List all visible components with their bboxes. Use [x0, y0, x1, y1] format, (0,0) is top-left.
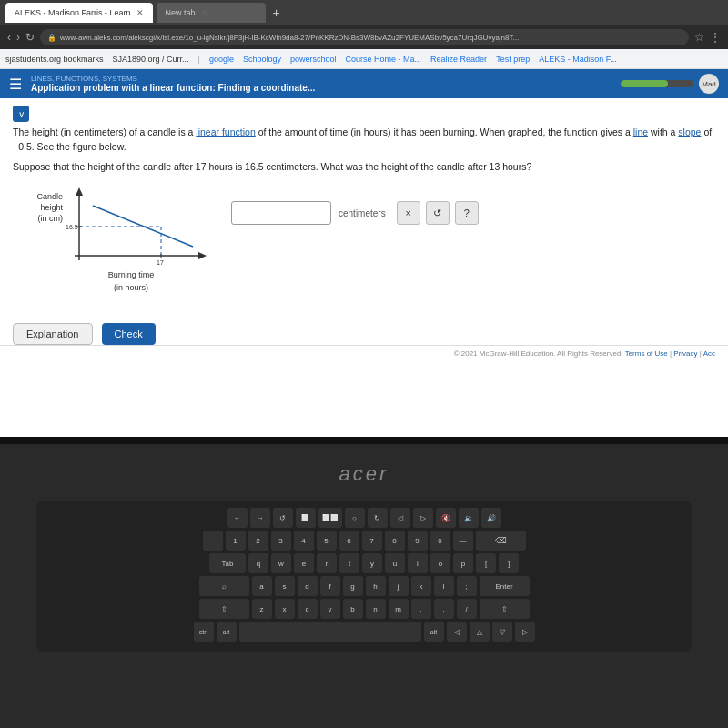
bookmark-icon[interactable]: ☆ — [694, 31, 704, 44]
key-h[interactable]: h — [366, 576, 386, 596]
key-backspace[interactable]: ⌫ — [476, 531, 526, 551]
key-l[interactable]: l — [434, 576, 454, 596]
key-r[interactable]: r — [317, 553, 337, 573]
key-f7[interactable]: ↻ — [368, 508, 388, 528]
key-d[interactable]: d — [298, 576, 318, 596]
key-mute[interactable]: 🔇 — [436, 508, 456, 528]
key-g[interactable]: g — [343, 576, 363, 596]
explanation-button[interactable]: Explanation — [13, 323, 93, 345]
key-b[interactable]: b — [343, 599, 363, 619]
undo-button[interactable]: ↺ — [426, 201, 450, 225]
key-3[interactable]: 3 — [271, 531, 291, 551]
bookmark-sjastudents[interactable]: sjastudents.org bookmarks — [5, 55, 104, 64]
bookmark-aleks[interactable]: ALEKS - Madison F... — [539, 55, 617, 64]
key-m[interactable]: m — [389, 599, 409, 619]
key-vol-down[interactable]: 🔉 — [459, 508, 479, 528]
forward-button[interactable]: › — [16, 31, 20, 44]
key-up[interactable]: △ — [470, 622, 490, 642]
slope-link[interactable]: slope — [678, 126, 701, 137]
key-f4[interactable]: ⬜ — [296, 508, 316, 528]
bookmark-testprep[interactable]: Test prep — [496, 55, 530, 64]
key-bracket-open[interactable]: [ — [476, 553, 496, 573]
bookmark-powerschool[interactable]: powerschool — [290, 55, 337, 64]
back-button[interactable]: ‹ — [7, 31, 11, 44]
bookmark-sja1890[interactable]: SJA1890.org / Curr... — [113, 55, 189, 64]
key-semicolon[interactable]: ; — [457, 576, 477, 596]
terms-link[interactable]: Terms of Use — [625, 349, 668, 358]
help-button[interactable]: ? — [455, 201, 479, 225]
key-e[interactable]: e — [294, 553, 314, 573]
key-period[interactable]: . — [434, 599, 454, 619]
clear-button[interactable]: × — [397, 201, 420, 225]
key-z[interactable]: z — [252, 599, 272, 619]
key-2[interactable]: 2 — [248, 531, 268, 551]
answer-input[interactable] — [231, 201, 331, 225]
key-x[interactable]: x — [275, 599, 295, 619]
key-p[interactable]: p — [453, 553, 473, 573]
active-tab[interactable]: ALEKS - Madison Farris - Learn ✕ — [5, 3, 153, 23]
key-shift-l[interactable]: ⇧ — [199, 599, 249, 619]
key-s[interactable]: s — [275, 576, 295, 596]
key-u[interactable]: u — [385, 553, 405, 573]
menu-icon[interactable]: ⋮ — [710, 31, 721, 44]
key-y[interactable]: y — [362, 553, 382, 573]
key-f5[interactable]: ⬜⬜ — [318, 508, 342, 528]
key-9[interactable]: 9 — [408, 531, 428, 551]
key-down[interactable]: ▽ — [492, 622, 512, 642]
tab-close-icon[interactable]: ✕ — [136, 8, 144, 17]
linear-function-link[interactable]: linear function — [196, 126, 255, 137]
privacy-link[interactable]: Privacy — [673, 349, 697, 358]
key-c[interactable]: c — [298, 599, 318, 619]
key-reload[interactable]: ↺ — [273, 508, 293, 528]
url-bar[interactable]: 🔒 www-awn.aleks.com/alekscgi/x/lsl.exe/1… — [40, 29, 689, 46]
key-0[interactable]: 0 — [430, 531, 450, 551]
key-tilde[interactable]: ~ — [203, 531, 223, 551]
collapse-button[interactable]: ∨ — [13, 106, 29, 122]
line-link[interactable]: line — [633, 126, 648, 137]
key-minus[interactable]: — — [453, 531, 473, 551]
bookmark-coursehome[interactable]: Course Home - Ma... — [346, 55, 422, 64]
aleks-menu-icon[interactable]: ☰ — [9, 76, 22, 93]
key-left[interactable]: ◁ — [447, 622, 467, 642]
key-k[interactable]: k — [411, 576, 431, 596]
key-vol-up[interactable]: 🔊 — [481, 508, 501, 528]
key-tab[interactable]: Tab — [209, 553, 246, 573]
key-f6[interactable]: ○ — [345, 508, 365, 528]
user-button[interactable]: Mad — [699, 74, 719, 94]
key-5[interactable]: 5 — [317, 531, 337, 551]
key-1[interactable]: 1 — [226, 531, 246, 551]
key-8[interactable]: 8 — [385, 531, 405, 551]
key-space[interactable] — [239, 622, 421, 642]
key-t[interactable]: t — [339, 553, 359, 573]
key-ctrl[interactable]: ctrl — [194, 622, 214, 642]
key-v[interactable]: v — [320, 599, 340, 619]
new-tab-button[interactable]: + — [269, 5, 284, 20]
key-comma[interactable]: , — [411, 599, 431, 619]
key-i[interactable]: i — [408, 553, 428, 573]
key-j[interactable]: j — [389, 576, 409, 596]
key-bracket-close[interactable]: ] — [499, 553, 519, 573]
key-enter[interactable]: Enter — [480, 576, 530, 596]
key-n[interactable]: n — [366, 599, 386, 619]
key-o[interactable]: o — [430, 553, 450, 573]
key-4[interactable]: 4 — [294, 531, 314, 551]
key-6[interactable]: 6 — [339, 531, 359, 551]
key-shift-r[interactable]: ⇧ — [480, 599, 530, 619]
new-tab[interactable]: New tab ✕ — [157, 3, 266, 23]
key-right[interactable]: ▷ — [515, 622, 535, 642]
key-q[interactable]: q — [248, 553, 268, 573]
key-7[interactable]: 7 — [362, 531, 382, 551]
key-forward[interactable]: → — [250, 508, 270, 528]
key-alt[interactable]: alt — [217, 622, 237, 642]
reload-button[interactable]: ↻ — [25, 31, 35, 44]
key-w[interactable]: w — [271, 553, 291, 573]
acc-link[interactable]: Acc — [703, 349, 715, 358]
key-a[interactable]: a — [252, 576, 272, 596]
key-bright-down[interactable]: ◁ — [390, 508, 410, 528]
key-search[interactable]: ⌕ — [199, 576, 249, 596]
bookmark-google[interactable]: google — [209, 55, 234, 64]
key-slash[interactable]: / — [457, 599, 477, 619]
check-button[interactable]: Check — [102, 323, 156, 345]
key-bright-up[interactable]: ▷ — [413, 508, 433, 528]
bookmark-schoology[interactable]: Schoology — [243, 55, 281, 64]
